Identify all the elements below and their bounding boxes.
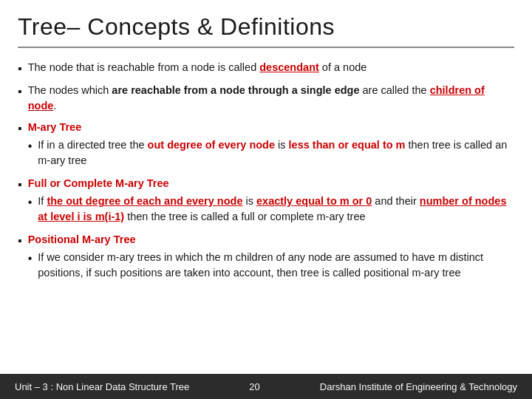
content-area: The node that is reachable from a node i…: [18, 60, 514, 366]
sub-bullet-item: If in a directed tree the out degree of …: [28, 137, 514, 168]
main-content: Tree– Concepts & Definitions The node th…: [0, 0, 532, 374]
bullet-item-bullet3: M-ary TreeIf in a directed tree the out …: [18, 120, 514, 170]
footer-left: Unit – 3 : Non Linear Data Structure Tre…: [15, 381, 189, 392]
sub-bullet-item: If the out degree of each and every node…: [28, 194, 514, 225]
footer-right: Darshan Institute of Engineering & Techn…: [320, 381, 517, 392]
page-title: Tree– Concepts & Definitions: [18, 13, 514, 48]
footer: Unit – 3 : Non Linear Data Structure Tre…: [0, 374, 532, 399]
bullet-item-bullet4: Full or Complete M-ary TreeIf the out de…: [18, 176, 514, 226]
bullet-list: The node that is reachable from a node i…: [18, 60, 514, 282]
bullet-item-bullet5: Positional M-ary TreeIf we consider m-ar…: [18, 232, 514, 282]
bullet-item-bullet1: The node that is reachable from a node i…: [18, 60, 514, 77]
bullet-item-bullet2: The nodes which are reachable from a nod…: [18, 83, 514, 114]
sub-bullet-item: If we consider m-ary trees in which the …: [28, 250, 514, 281]
footer-page-number: 20: [249, 381, 259, 392]
